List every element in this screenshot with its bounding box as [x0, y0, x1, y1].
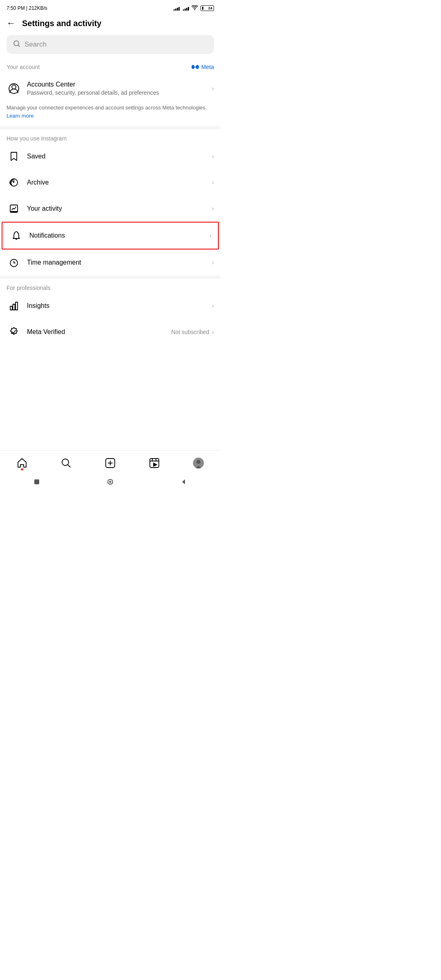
- how-you-use-section-header: How you use Instagram: [0, 129, 220, 143]
- saved-chevron: ›: [212, 153, 214, 160]
- accounts-center-item[interactable]: Accounts Center Password, security, pers…: [0, 75, 220, 102]
- time-management-icon: [7, 255, 21, 270]
- archive-icon: [7, 175, 21, 190]
- saved-item[interactable]: Saved ›: [0, 143, 220, 169]
- battery-icon: 24: [200, 5, 214, 11]
- header: ← Settings and activity: [0, 15, 220, 33]
- your-activity-chevron: ›: [212, 205, 214, 212]
- nav-reels[interactable]: [146, 455, 163, 471]
- meta-logo: Meta: [191, 64, 214, 70]
- svg-point-22: [196, 466, 200, 469]
- saved-label: Saved: [27, 153, 212, 160]
- learn-more-link[interactable]: Learn more: [7, 113, 33, 119]
- meta-verified-chevron: ›: [212, 328, 214, 336]
- archive-chevron: ›: [212, 179, 214, 186]
- accounts-center-chevron: ›: [212, 85, 214, 92]
- notifications-icon: [9, 228, 24, 243]
- time-management-chevron: ›: [212, 259, 214, 266]
- nav-search[interactable]: [58, 455, 74, 471]
- time-management-label: Time management: [27, 259, 212, 266]
- saved-icon: [7, 149, 21, 164]
- svg-point-26: [109, 481, 111, 483]
- nav-home[interactable]: [14, 455, 30, 471]
- svg-point-0: [194, 9, 195, 10]
- system-nav: [0, 475, 220, 490]
- svg-rect-10: [13, 304, 15, 310]
- meta-verified-status: Not subscribed: [171, 329, 209, 335]
- insights-label: Insights: [27, 302, 212, 310]
- for-professionals-title: For professionals: [7, 285, 50, 291]
- how-you-use-title: How you use Instagram: [7, 135, 67, 142]
- your-activity-item[interactable]: Your activity ›: [0, 196, 220, 222]
- svg-rect-9: [10, 306, 12, 310]
- time-management-item[interactable]: Time management ›: [0, 249, 220, 276]
- your-activity-icon: [7, 201, 21, 216]
- signal-icon-2: [183, 6, 189, 11]
- saved-content: Saved: [27, 153, 212, 160]
- archive-label: Archive: [27, 179, 212, 186]
- page-title: Settings and activity: [22, 19, 102, 28]
- nav-profile[interactable]: [190, 455, 207, 471]
- accounts-center-sublabel: Password, security, personal details, ad…: [27, 89, 212, 96]
- section-divider-1: [0, 126, 220, 129]
- meta-verified-icon: [7, 325, 21, 339]
- svg-marker-27: [182, 479, 185, 484]
- status-icons: 24: [174, 5, 214, 11]
- accounts-center-description: Manage your connected experiences and ac…: [0, 102, 220, 126]
- meta-verified-item[interactable]: Meta Verified Not subscribed ›: [0, 319, 220, 345]
- insights-content: Insights: [27, 302, 212, 310]
- meta-verified-label: Meta Verified: [27, 328, 171, 336]
- section-divider-2: [0, 276, 220, 279]
- accounts-center-label: Accounts Center: [27, 81, 212, 88]
- notifications-content: Notifications: [29, 232, 209, 239]
- svg-point-23: [196, 460, 200, 464]
- your-account-section-header: Your account Meta: [0, 60, 220, 75]
- notifications-label: Notifications: [29, 232, 209, 239]
- for-professionals-section-header: For professionals: [0, 279, 220, 293]
- svg-rect-11: [16, 302, 18, 310]
- archive-item[interactable]: Archive ›: [0, 169, 220, 196]
- your-account-title: Your account: [7, 64, 40, 70]
- notifications-chevron: ›: [209, 232, 212, 239]
- wifi-icon: [192, 5, 198, 11]
- your-activity-label: Your activity: [27, 205, 212, 212]
- back-button[interactable]: ←: [7, 18, 16, 29]
- accounts-center-icon: [7, 81, 21, 96]
- sys-nav-home[interactable]: [107, 478, 114, 486]
- search-bar[interactable]: Search: [7, 35, 214, 54]
- sys-nav-back[interactable]: [180, 478, 187, 486]
- signal-icon-1: [174, 6, 180, 11]
- your-activity-content: Your activity: [27, 205, 212, 212]
- meta-label: Meta: [201, 64, 214, 70]
- sys-nav-recents[interactable]: [33, 478, 40, 486]
- svg-point-3: [12, 85, 16, 89]
- accounts-center-content: Accounts Center Password, security, pers…: [27, 81, 212, 96]
- svg-rect-24: [34, 479, 39, 484]
- svg-line-13: [68, 465, 70, 467]
- notifications-item[interactable]: Notifications ›: [2, 222, 219, 249]
- nav-create[interactable]: [102, 455, 118, 471]
- insights-chevron: ›: [212, 302, 214, 310]
- meta-verified-content: Meta Verified: [27, 328, 171, 336]
- insights-icon: [7, 298, 21, 313]
- status-time: 7:50 PM | 212KB/s: [7, 5, 47, 11]
- bottom-nav: [0, 450, 220, 475]
- insights-item[interactable]: Insights ›: [0, 293, 220, 319]
- archive-content: Archive: [27, 179, 212, 186]
- status-bar: 7:50 PM | 212KB/s: [0, 0, 220, 15]
- search-placeholder: Search: [24, 40, 47, 49]
- time-management-content: Time management: [27, 259, 212, 266]
- svg-marker-21: [154, 463, 157, 466]
- search-icon: [13, 40, 20, 49]
- svg-line-2: [18, 45, 20, 47]
- home-dot: [21, 468, 23, 470]
